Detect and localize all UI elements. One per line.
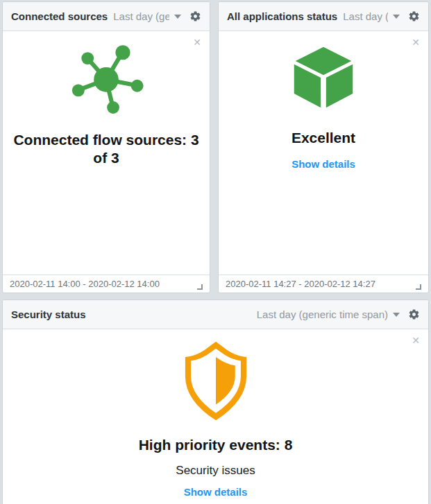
show-details-link[interactable]: Show details	[291, 158, 355, 170]
widget-header: All applications status Last day (ge...	[219, 2, 428, 31]
gear-icon[interactable]	[408, 10, 420, 22]
widget-connected-sources: Connected sources Last day (gene... ✕	[2, 1, 210, 293]
resize-handle[interactable]	[197, 284, 203, 290]
widget-security-status: Security status Last day (generic time s…	[2, 299, 429, 504]
gear-icon[interactable]	[189, 10, 201, 22]
widget-title: Connected sources	[11, 10, 108, 22]
widget-headline: High priority events: 8	[139, 436, 293, 454]
close-icon[interactable]: ✕	[193, 37, 201, 47]
timespan-dropdown[interactable]: Last day (generic time span)	[92, 309, 388, 320]
chevron-down-icon[interactable]	[393, 15, 400, 19]
widget-title: All applications status	[227, 10, 337, 22]
chevron-down-icon[interactable]	[393, 313, 400, 317]
shield-icon	[182, 340, 250, 422]
widget-headline: Excellent	[291, 129, 355, 147]
resize-handle[interactable]	[416, 284, 421, 290]
widget-headline: Connected flow sources: 3 of 3	[12, 131, 201, 168]
show-details-link[interactable]: Show details	[184, 486, 248, 498]
gear-icon[interactable]	[408, 309, 420, 320]
network-hub-icon	[67, 41, 145, 114]
widget-footer: 2020-02-11 14:00 - 2020-02-12 14:00	[3, 275, 210, 293]
cube-icon	[290, 42, 357, 112]
widget-body: ✕ High priority events: 8 Security issue…	[3, 329, 428, 504]
widget-subtitle: Security issues	[176, 464, 255, 478]
widget-body: ✕ Excellent Show details	[219, 31, 428, 275]
widget-header: Security status Last day (generic time s…	[3, 300, 428, 329]
time-range-label: 2020-02-11 14:27 - 2020-02-12 14:27	[226, 279, 375, 289]
timespan-dropdown[interactable]: Last day (gene...	[113, 10, 169, 22]
timespan-dropdown[interactable]: Last day (ge...	[343, 10, 388, 22]
widget-applications-status: All applications status Last day (ge... …	[218, 1, 429, 293]
chevron-down-icon[interactable]	[174, 15, 181, 19]
widget-body: ✕ Connected flo	[3, 31, 210, 275]
close-icon[interactable]: ✕	[412, 37, 420, 47]
time-range-label: 2020-02-11 14:00 - 2020-02-12 14:00	[10, 279, 160, 289]
widget-header: Connected sources Last day (gene...	[3, 2, 210, 31]
widget-title: Security status	[11, 309, 86, 320]
close-icon[interactable]: ✕	[412, 336, 420, 345]
widget-footer: 2020-02-11 14:27 - 2020-02-12 14:27	[219, 275, 428, 293]
